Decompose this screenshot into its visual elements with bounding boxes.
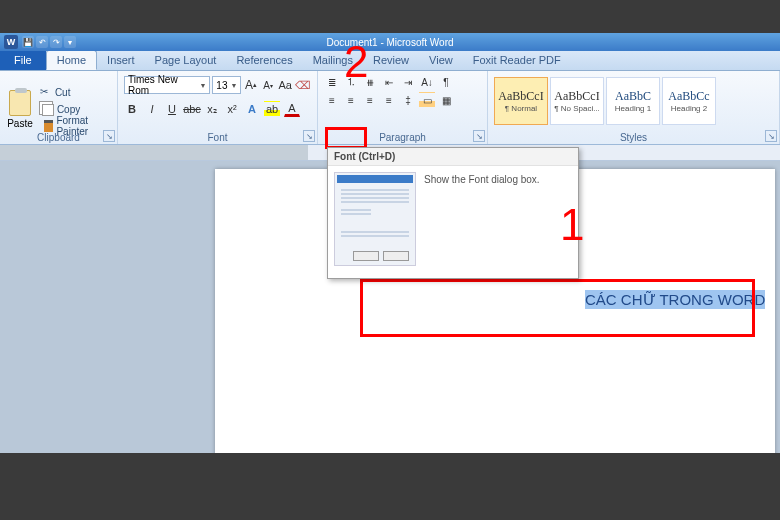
align-left-button[interactable]: ≡ — [324, 92, 340, 108]
font-dialog-launcher[interactable]: ↘ — [303, 130, 315, 142]
change-case-button[interactable]: Aa — [278, 77, 293, 93]
brush-icon — [44, 120, 54, 132]
ribbon-tabs: File Home Insert Page Layout References … — [0, 51, 780, 71]
paragraph-group-label: Paragraph — [318, 132, 487, 143]
style-no-spacing[interactable]: AaBbCcI ¶ No Spaci... — [550, 77, 604, 125]
tab-references[interactable]: References — [226, 50, 302, 70]
clipboard-group-label: Clipboard — [0, 132, 117, 143]
strikethrough-button[interactable]: abc — [184, 101, 200, 117]
grow-font-button[interactable]: A▴ — [243, 77, 258, 93]
tab-foxit[interactable]: Foxit Reader PDF — [463, 50, 571, 70]
window-title: Document1 - Microsoft Word — [326, 37, 453, 48]
copy-icon — [42, 104, 54, 116]
word-app-icon: W — [4, 35, 18, 49]
underline-button[interactable]: U — [164, 101, 180, 117]
multilevel-button[interactable]: ⧻ — [362, 74, 378, 90]
font-size-combo[interactable]: 13▼ — [212, 76, 241, 94]
redo-icon[interactable]: ↷ — [50, 36, 62, 48]
tab-home[interactable]: Home — [46, 50, 97, 70]
show-marks-button[interactable]: ¶ — [438, 74, 454, 90]
shading-button[interactable]: ▭ — [419, 92, 435, 108]
cut-icon: ✂ — [40, 86, 52, 98]
paragraph-dialog-launcher[interactable]: ↘ — [473, 130, 485, 142]
sort-button[interactable]: A↓ — [419, 74, 435, 90]
style-normal[interactable]: AaBbCcI ¶ Normal — [494, 77, 548, 125]
style-heading1[interactable]: AaBbC Heading 1 — [606, 77, 660, 125]
group-styles: AaBbCcI ¶ Normal AaBbCcI ¶ No Spaci... A… — [488, 71, 780, 144]
highlight-button[interactable]: ab — [264, 101, 280, 117]
selected-document-text[interactable]: CÁC CHỮ TRONG WORD — [585, 291, 765, 309]
chevron-down-icon: ▼ — [230, 82, 237, 89]
decrease-indent-button[interactable]: ⇤ — [381, 74, 397, 90]
group-paragraph: ≣ ⒈ ⧻ ⇤ ⇥ A↓ ¶ ≡ ≡ ≡ ≡ ‡ ▭ ▦ — [318, 71, 488, 144]
clear-formatting-button[interactable]: ⌫ — [295, 77, 311, 93]
font-group-label: Font — [118, 132, 317, 143]
subscript-button[interactable]: x₂ — [204, 101, 220, 117]
tab-page-layout[interactable]: Page Layout — [145, 50, 227, 70]
bold-button[interactable]: B — [124, 101, 140, 117]
tab-insert[interactable]: Insert — [97, 50, 145, 70]
paste-label: Paste — [7, 118, 33, 129]
group-font: Times New Rom▼ 13▼ A▴ A▾ Aa ⌫ B I U abc … — [118, 71, 318, 144]
align-right-button[interactable]: ≡ — [362, 92, 378, 108]
quick-access-toolbar[interactable]: 💾 ↶ ↷ ▾ — [22, 36, 76, 48]
qat-dropdown-icon[interactable]: ▾ — [64, 36, 76, 48]
save-icon[interactable]: 💾 — [22, 36, 34, 48]
chevron-down-icon: ▼ — [199, 82, 206, 89]
group-clipboard: Paste ✂Cut Copy Format Painter Clipboard… — [0, 71, 118, 144]
tooltip-thumbnail — [334, 172, 416, 266]
cut-button[interactable]: ✂Cut — [38, 84, 111, 100]
shrink-font-button[interactable]: A▾ — [260, 77, 275, 93]
undo-icon[interactable]: ↶ — [36, 36, 48, 48]
paste-icon — [9, 90, 31, 116]
tooltip-description: Show the Font dialog box. — [424, 172, 540, 266]
font-family-combo[interactable]: Times New Rom▼ — [124, 76, 210, 94]
titlebar: W 💾 ↶ ↷ ▾ Document1 - Microsoft Word — [0, 33, 780, 51]
clipboard-dialog-launcher[interactable]: ↘ — [103, 130, 115, 142]
styles-dialog-launcher[interactable]: ↘ — [765, 130, 777, 142]
tab-review[interactable]: Review — [363, 50, 419, 70]
tab-mailings[interactable]: Mailings — [303, 50, 363, 70]
align-center-button[interactable]: ≡ — [343, 92, 359, 108]
ribbon: Paste ✂Cut Copy Format Painter Clipboard… — [0, 71, 780, 145]
text-effects-button[interactable]: A — [244, 101, 260, 117]
tab-view[interactable]: View — [419, 50, 463, 70]
bullets-button[interactable]: ≣ — [324, 74, 340, 90]
italic-button[interactable]: I — [144, 101, 160, 117]
justify-button[interactable]: ≡ — [381, 92, 397, 108]
font-color-button[interactable]: A — [284, 101, 300, 117]
tab-file[interactable]: File — [0, 50, 46, 70]
style-heading2[interactable]: AaBbCc Heading 2 — [662, 77, 716, 125]
styles-group-label: Styles — [488, 132, 779, 143]
superscript-button[interactable]: x² — [224, 101, 240, 117]
borders-button[interactable]: ▦ — [438, 92, 454, 108]
line-spacing-button[interactable]: ‡ — [400, 92, 416, 108]
numbering-button[interactable]: ⒈ — [343, 74, 359, 90]
tooltip-title: Font (Ctrl+D) — [328, 148, 578, 166]
font-tooltip: Font (Ctrl+D) Show the Font dialog box. — [327, 147, 579, 279]
increase-indent-button[interactable]: ⇥ — [400, 74, 416, 90]
